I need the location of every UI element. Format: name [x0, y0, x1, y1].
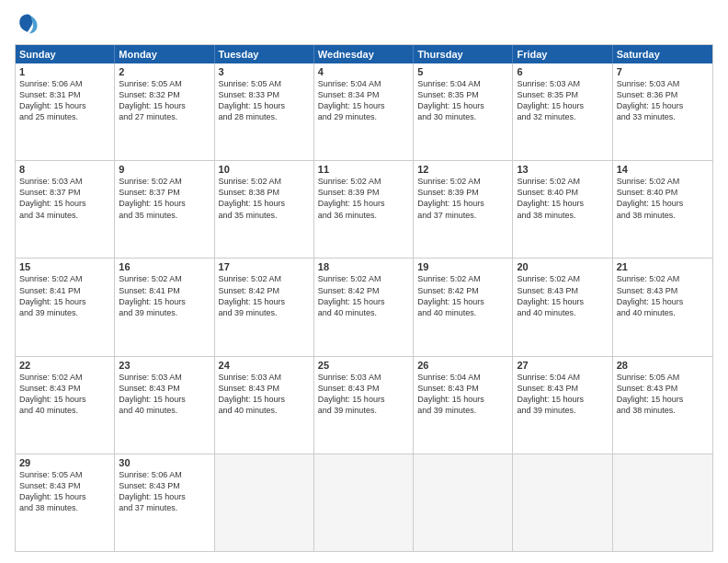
cell-line: Daylight: 15 hours — [19, 394, 110, 405]
day-number: 2 — [119, 66, 210, 77]
cell-line: and 38 minutes. — [19, 502, 110, 513]
day-cell-30: 30Sunrise: 5:06 AMSunset: 8:43 PMDayligh… — [115, 454, 214, 551]
cell-line: Daylight: 15 hours — [119, 491, 210, 502]
cell-line: Sunrise: 5:05 AM — [19, 469, 110, 480]
cell-line: Daylight: 15 hours — [219, 100, 310, 111]
cell-line: and 29 minutes. — [318, 111, 409, 122]
day-number: 30 — [119, 457, 210, 468]
cell-line: Daylight: 15 hours — [517, 100, 608, 111]
cell-line: Sunset: 8:43 PM — [617, 285, 709, 296]
header — [15, 11, 713, 37]
day-number: 21 — [617, 261, 709, 272]
logo — [15, 11, 44, 37]
header-day-thursday: Thursday — [414, 45, 513, 63]
cell-line: Sunrise: 5:02 AM — [617, 273, 709, 284]
day-number: 20 — [517, 261, 608, 272]
day-number: 28 — [617, 360, 709, 371]
empty-cell — [613, 454, 712, 551]
day-cell-12: 12Sunrise: 5:02 AMSunset: 8:39 PMDayligh… — [414, 161, 513, 258]
day-number: 5 — [417, 66, 508, 77]
day-number: 13 — [517, 164, 608, 175]
cell-line: and 39 minutes. — [417, 405, 508, 416]
cell-line: Sunset: 8:43 PM — [119, 383, 210, 394]
day-number: 7 — [617, 66, 709, 77]
cell-line: and 33 minutes. — [617, 111, 709, 122]
day-number: 22 — [19, 360, 110, 371]
cell-line: Daylight: 15 hours — [19, 100, 110, 111]
cell-line: Sunrise: 5:03 AM — [19, 176, 110, 187]
cell-line: Sunset: 8:41 PM — [19, 285, 110, 296]
cell-line: Sunrise: 5:06 AM — [119, 469, 210, 480]
day-number: 12 — [417, 164, 508, 175]
day-cell-14: 14Sunrise: 5:02 AMSunset: 8:40 PMDayligh… — [613, 161, 712, 258]
cell-line: Sunset: 8:43 PM — [417, 383, 508, 394]
cell-line: Sunset: 8:43 PM — [318, 383, 409, 394]
day-cell-15: 15Sunrise: 5:02 AMSunset: 8:41 PMDayligh… — [16, 259, 115, 355]
cell-line: Daylight: 15 hours — [219, 198, 310, 209]
cell-line: Sunrise: 5:03 AM — [318, 372, 409, 383]
cell-line: Daylight: 15 hours — [517, 394, 608, 405]
cell-line: Daylight: 15 hours — [119, 394, 210, 405]
cell-line: and 37 minutes. — [417, 210, 508, 221]
day-number: 3 — [219, 66, 310, 77]
day-cell-19: 19Sunrise: 5:02 AMSunset: 8:42 PMDayligh… — [414, 259, 513, 355]
cell-line: Sunset: 8:43 PM — [19, 480, 110, 491]
cell-line: Sunrise: 5:02 AM — [219, 273, 310, 284]
day-number: 23 — [119, 360, 210, 371]
day-number: 8 — [19, 164, 110, 175]
day-cell-23: 23Sunrise: 5:03 AMSunset: 8:43 PMDayligh… — [115, 357, 214, 454]
day-cell-20: 20Sunrise: 5:02 AMSunset: 8:43 PMDayligh… — [513, 259, 612, 355]
cell-line: Sunrise: 5:02 AM — [617, 176, 709, 187]
cell-line: Sunrise: 5:05 AM — [617, 372, 709, 383]
cell-line: Sunset: 8:43 PM — [517, 285, 608, 296]
cell-line: and 39 minutes. — [119, 307, 210, 318]
day-number: 24 — [219, 360, 310, 371]
day-number: 29 — [19, 457, 110, 468]
day-cell-5: 5Sunrise: 5:04 AMSunset: 8:35 PMDaylight… — [414, 63, 513, 160]
cell-line: Sunrise: 5:02 AM — [19, 372, 110, 383]
cell-line: Daylight: 15 hours — [119, 198, 210, 209]
day-cell-8: 8Sunrise: 5:03 AMSunset: 8:37 PMDaylight… — [16, 161, 115, 258]
cell-line: Sunset: 8:39 PM — [417, 187, 508, 198]
day-cell-16: 16Sunrise: 5:02 AMSunset: 8:41 PMDayligh… — [115, 259, 214, 355]
day-cell-7: 7Sunrise: 5:03 AMSunset: 8:36 PMDaylight… — [613, 63, 712, 160]
day-number: 6 — [517, 66, 608, 77]
cell-line: Sunset: 8:37 PM — [119, 187, 210, 198]
calendar-row-3: 22Sunrise: 5:02 AMSunset: 8:43 PMDayligh… — [16, 356, 712, 454]
cell-line: Sunrise: 5:04 AM — [517, 372, 608, 383]
cell-line: and 40 minutes. — [318, 307, 409, 318]
cell-line: Daylight: 15 hours — [318, 198, 409, 209]
calendar-body: 1Sunrise: 5:06 AMSunset: 8:31 PMDaylight… — [16, 63, 712, 551]
cell-line: Daylight: 15 hours — [219, 296, 310, 307]
day-cell-9: 9Sunrise: 5:02 AMSunset: 8:37 PMDaylight… — [115, 161, 214, 258]
day-cell-28: 28Sunrise: 5:05 AMSunset: 8:43 PMDayligh… — [613, 357, 712, 454]
day-cell-11: 11Sunrise: 5:02 AMSunset: 8:39 PMDayligh… — [314, 161, 414, 258]
cell-line: Sunrise: 5:02 AM — [19, 273, 110, 284]
calendar-row-1: 8Sunrise: 5:03 AMSunset: 8:37 PMDaylight… — [16, 160, 712, 258]
calendar-header: SundayMondayTuesdayWednesdayThursdayFrid… — [16, 45, 712, 63]
cell-line: Sunset: 8:41 PM — [119, 285, 210, 296]
header-day-saturday: Saturday — [613, 45, 712, 63]
cell-line: Sunset: 8:37 PM — [19, 187, 110, 198]
header-day-tuesday: Tuesday — [215, 45, 314, 63]
cell-line: Sunset: 8:43 PM — [617, 383, 709, 394]
cell-line: and 39 minutes. — [517, 405, 608, 416]
cell-line: Sunset: 8:34 PM — [318, 89, 409, 100]
header-day-sunday: Sunday — [16, 45, 115, 63]
cell-line: and 38 minutes. — [517, 210, 608, 221]
cell-line: Daylight: 15 hours — [617, 394, 709, 405]
cell-line: Daylight: 15 hours — [417, 100, 508, 111]
header-day-friday: Friday — [513, 45, 612, 63]
cell-line: and 39 minutes. — [19, 307, 110, 318]
cell-line: and 28 minutes. — [219, 111, 310, 122]
cell-line: Sunset: 8:43 PM — [19, 383, 110, 394]
empty-cell — [314, 454, 414, 551]
cell-line: Daylight: 15 hours — [617, 100, 709, 111]
cell-line: Daylight: 15 hours — [318, 296, 409, 307]
cell-line: Sunset: 8:35 PM — [417, 89, 508, 100]
day-number: 26 — [417, 360, 508, 371]
day-cell-21: 21Sunrise: 5:02 AMSunset: 8:43 PMDayligh… — [613, 259, 712, 355]
cell-line: and 34 minutes. — [19, 210, 110, 221]
cell-line: Sunrise: 5:04 AM — [318, 78, 409, 89]
cell-line: Sunrise: 5:02 AM — [517, 273, 608, 284]
